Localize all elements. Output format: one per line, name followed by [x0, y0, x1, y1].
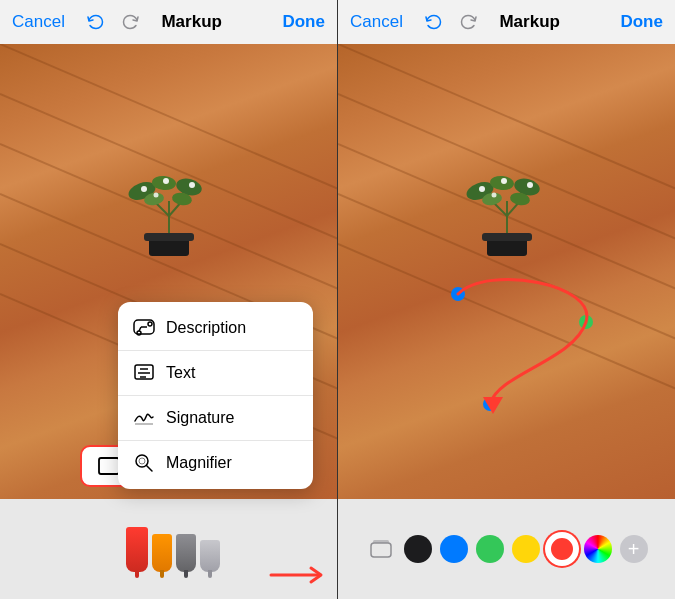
pen-tool-light[interactable]	[200, 540, 220, 572]
right-wood-floor	[338, 44, 675, 499]
pen-gray-shape	[176, 534, 196, 572]
svg-rect-60	[373, 540, 389, 543]
svg-point-31	[139, 458, 145, 464]
pen-tool-orange[interactable]	[152, 534, 172, 572]
pen-orange-shape	[152, 534, 172, 572]
magnifier-icon	[132, 451, 156, 475]
svg-rect-42	[482, 233, 532, 241]
color-yellow[interactable]	[512, 535, 540, 563]
svg-point-17	[163, 178, 169, 184]
svg-point-16	[141, 186, 147, 192]
text-icon	[132, 361, 156, 385]
color-blue[interactable]	[440, 535, 468, 563]
svg-line-30	[147, 466, 153, 472]
right-panel: Cancel Markup Done	[338, 0, 675, 599]
text-label: Text	[166, 364, 195, 382]
undo-icon[interactable]	[81, 8, 109, 36]
right-redo-icon[interactable]	[455, 8, 483, 36]
pen-tool-red[interactable]	[126, 527, 148, 572]
color-row: +	[356, 534, 658, 564]
signature-icon	[132, 406, 156, 430]
svg-rect-32	[99, 458, 119, 474]
description-label: Description	[166, 319, 246, 337]
right-cancel-button[interactable]: Cancel	[350, 12, 403, 32]
svg-point-52	[501, 178, 507, 184]
popup-menu: Description Text Signature	[118, 302, 313, 489]
description-icon	[132, 316, 156, 340]
svg-point-18	[189, 182, 195, 188]
svg-point-54	[491, 193, 496, 198]
pen-light-shape	[200, 540, 220, 572]
left-cancel-button[interactable]: Cancel	[12, 12, 65, 32]
popup-signature[interactable]: Signature	[118, 396, 313, 440]
right-done-button[interactable]: Done	[620, 12, 663, 32]
svg-rect-59	[371, 543, 391, 557]
right-toolbar: +	[338, 499, 675, 599]
pen-red-shape	[126, 527, 148, 572]
right-markup-title: Markup	[499, 12, 559, 32]
right-header: Cancel Markup Done	[338, 0, 675, 44]
right-plant	[452, 171, 562, 265]
color-add-button[interactable]: +	[620, 535, 648, 563]
scroll-arrow	[269, 563, 329, 587]
svg-point-51	[479, 186, 485, 192]
svg-point-53	[527, 182, 533, 188]
right-photo	[338, 44, 675, 499]
magnifier-label: Magnifier	[166, 454, 232, 472]
popup-description[interactable]: Description	[118, 306, 313, 350]
pen-tool-gray[interactable]	[176, 534, 196, 572]
left-header-icons	[81, 8, 145, 36]
left-done-button[interactable]: Done	[282, 12, 325, 32]
layers-button[interactable]	[366, 534, 396, 564]
svg-point-24	[148, 322, 152, 326]
left-toolbar	[0, 499, 337, 599]
signature-label: Signature	[166, 409, 235, 427]
svg-point-21	[137, 331, 141, 335]
left-markup-title: Markup	[161, 12, 221, 32]
svg-rect-7	[144, 233, 194, 241]
left-panel: Cancel Markup Done	[0, 0, 337, 599]
color-red[interactable]	[548, 535, 576, 563]
right-header-icons	[419, 8, 483, 36]
svg-line-22	[139, 327, 141, 331]
left-header: Cancel Markup Done	[0, 0, 337, 44]
popup-text[interactable]: Text	[118, 351, 313, 395]
color-black[interactable]	[404, 535, 432, 563]
redo-icon[interactable]	[117, 8, 145, 36]
plant	[114, 171, 224, 265]
color-multicolor[interactable]	[584, 535, 612, 563]
svg-point-19	[153, 193, 158, 198]
color-green[interactable]	[476, 535, 504, 563]
right-undo-icon[interactable]	[419, 8, 447, 36]
popup-magnifier[interactable]: Magnifier	[118, 441, 313, 485]
